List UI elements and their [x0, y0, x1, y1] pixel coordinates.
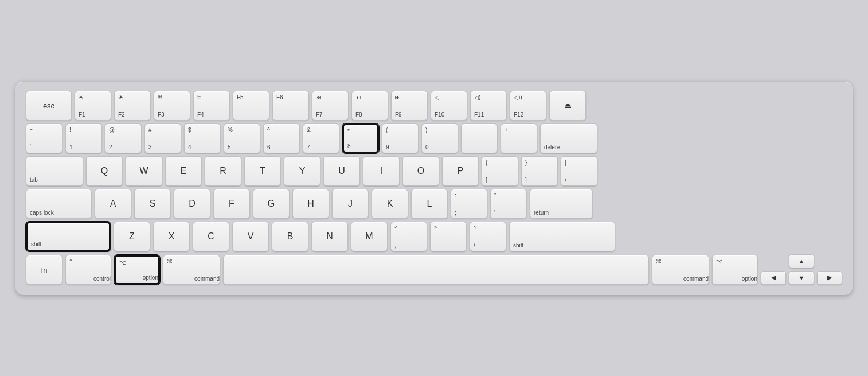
key-f12[interactable]: ◁)) F12 — [510, 91, 546, 121]
key-f8[interactable]: ⏯ F8 — [351, 91, 388, 121]
key-return[interactable]: return — [530, 189, 593, 219]
key-eject[interactable]: ⏏ — [549, 91, 586, 121]
key-d[interactable]: D — [174, 189, 210, 219]
key-equals-bottom: = — [505, 144, 508, 150]
key-k[interactable]: K — [372, 189, 408, 219]
key-minus[interactable]: _ - — [461, 123, 498, 153]
key-p-label: P — [458, 166, 464, 176]
key-shift-right[interactable]: shift — [509, 222, 615, 251]
key-m[interactable]: M — [351, 222, 388, 251]
key-period[interactable]: > . — [430, 222, 467, 251]
key-f10[interactable]: ◁ F10 — [431, 91, 467, 121]
key-f10-label: F10 — [435, 111, 444, 118]
key-v[interactable]: V — [232, 222, 269, 251]
key-arrow-right[interactable]: ▶ — [817, 271, 842, 285]
key-control[interactable]: ^ control — [65, 255, 111, 285]
key-m-label: M — [365, 231, 373, 242]
key-f6[interactable]: F6 — [272, 91, 309, 121]
key-o[interactable]: O — [402, 156, 439, 186]
key-g[interactable]: G — [253, 189, 290, 219]
key-a[interactable]: A — [95, 189, 131, 219]
key-6-bottom: 6 — [267, 144, 271, 150]
key-n[interactable]: N — [311, 222, 348, 251]
key-t-label: T — [260, 166, 265, 176]
key-f2[interactable]: ☀ F2 — [114, 91, 151, 121]
key-b[interactable]: B — [272, 222, 308, 251]
key-5-bottom: 5 — [228, 144, 231, 150]
key-space[interactable] — [223, 255, 649, 285]
key-5[interactable]: % 5 — [224, 123, 260, 153]
key-f7[interactable]: ⏮ F7 — [312, 91, 349, 121]
key-command-left-label: command — [194, 276, 220, 282]
key-arrow-up[interactable]: ▲ — [789, 254, 814, 268]
key-command-right[interactable]: ⌘ command — [652, 255, 709, 285]
key-s-label: S — [150, 199, 156, 209]
key-fn[interactable]: fn — [26, 255, 62, 285]
key-y[interactable]: Y — [284, 156, 320, 186]
key-command-left[interactable]: ⌘ command — [163, 255, 220, 285]
key-f5[interactable]: F5 — [233, 91, 269, 121]
key-w[interactable]: W — [126, 156, 162, 186]
key-x[interactable]: X — [153, 222, 190, 251]
key-7[interactable]: & 7 — [303, 123, 339, 153]
key-slash[interactable]: ? / — [470, 222, 506, 251]
key-control-icon: ^ — [69, 258, 72, 265]
key-f11[interactable]: ◁) F11 — [470, 91, 507, 121]
key-minus-top: _ — [465, 127, 468, 133]
key-f4[interactable]: ⊟ F4 — [193, 91, 230, 121]
key-j[interactable]: J — [332, 189, 369, 219]
key-2[interactable]: @ 2 — [105, 123, 142, 153]
key-comma[interactable]: < , — [390, 222, 427, 251]
key-capslock[interactable]: caps lock — [26, 189, 92, 219]
key-1[interactable]: ! 1 — [65, 123, 102, 153]
key-s[interactable]: S — [134, 189, 171, 219]
key-tab[interactable]: tab — [26, 156, 83, 186]
key-q-label: Q — [101, 166, 108, 176]
key-i[interactable]: I — [363, 156, 400, 186]
key-f[interactable]: F — [213, 189, 250, 219]
key-6[interactable]: ^ 6 — [263, 123, 300, 153]
key-l[interactable]: L — [411, 189, 448, 219]
key-f1[interactable]: ☀ F1 — [75, 91, 111, 121]
key-q[interactable]: Q — [86, 156, 123, 186]
key-f9[interactable]: ⏭ F9 — [391, 91, 428, 121]
key-4[interactable]: $ 4 — [184, 123, 221, 153]
key-z[interactable]: Z — [114, 222, 150, 251]
key-4-bottom: 4 — [188, 144, 191, 150]
key-c[interactable]: C — [193, 222, 229, 251]
key-esc[interactable]: esc — [26, 91, 72, 121]
key-r[interactable]: R — [205, 156, 241, 186]
key-arrow-down[interactable]: ▼ — [789, 271, 814, 285]
key-quote[interactable]: " ' — [490, 189, 527, 219]
key-3-top: # — [148, 127, 152, 133]
key-option-left[interactable]: ⌥ option — [114, 255, 160, 285]
key-e[interactable]: E — [165, 156, 202, 186]
key-rbracket[interactable]: } ] — [521, 156, 558, 186]
key-f1-label: F1 — [79, 111, 85, 118]
key-k-label: K — [387, 199, 393, 209]
key-t[interactable]: T — [244, 156, 281, 186]
key-o-label: O — [417, 166, 424, 176]
key-8[interactable]: * 8 — [342, 123, 379, 153]
key-backslash-bottom: \ — [565, 177, 566, 183]
key-h[interactable]: H — [292, 189, 329, 219]
key-u[interactable]: U — [323, 156, 360, 186]
key-tilde[interactable]: ~ ` — [26, 123, 62, 153]
key-0[interactable]: ) 0 — [421, 123, 458, 153]
key-f11-icon: ◁) — [474, 94, 480, 100]
key-lbracket[interactable]: { [ — [482, 156, 518, 186]
key-semicolon[interactable]: : ; — [451, 189, 487, 219]
key-arrow-left[interactable]: ◀ — [761, 271, 786, 285]
key-option-right[interactable]: ⌥ option — [712, 255, 758, 285]
key-equals[interactable]: + = — [501, 123, 537, 153]
key-i-label: I — [380, 166, 382, 176]
key-shift-left[interactable]: shift — [26, 222, 111, 251]
key-p[interactable]: P — [442, 156, 479, 186]
key-f3[interactable]: ⊞ F3 — [154, 91, 190, 121]
key-9[interactable]: ( 9 — [382, 123, 419, 153]
key-eject-icon: ⏏ — [564, 101, 572, 110]
key-3[interactable]: # 3 — [144, 123, 181, 153]
key-backslash[interactable]: | \ — [561, 156, 597, 186]
key-delete[interactable]: delete — [540, 123, 597, 153]
key-z-label: Z — [129, 231, 135, 242]
